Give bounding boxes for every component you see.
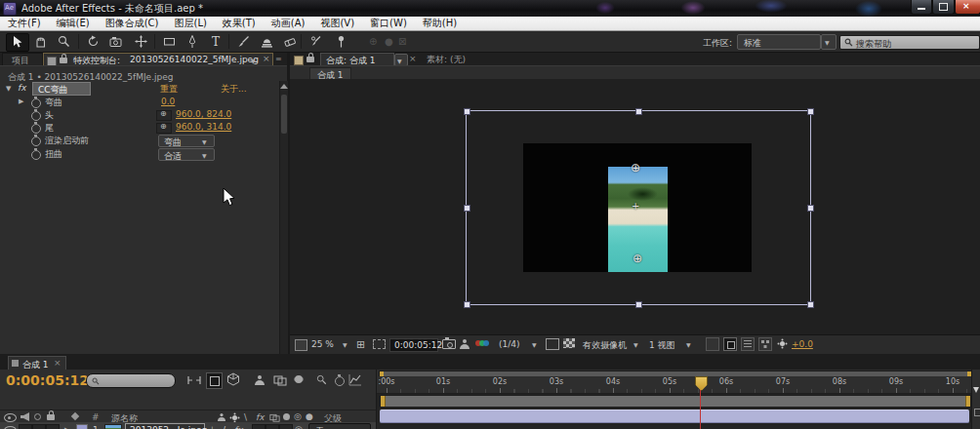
chevron-down-icon[interactable]: ▼	[532, 341, 537, 348]
type-tool[interactable]: T	[205, 33, 226, 50]
tail-point-button[interactable]: ⊕	[156, 123, 172, 134]
workspace-dropdown[interactable]: 标准	[737, 34, 821, 50]
close-button[interactable]: ×	[955, 0, 980, 15]
chevron-down-icon[interactable]: ▼	[686, 341, 691, 348]
bbox-handle[interactable]	[807, 301, 814, 308]
work-area-end-handle[interactable]	[965, 396, 970, 407]
3d-cube-icon[interactable]	[226, 372, 240, 386]
menu-effect[interactable]: 效果(T)	[215, 17, 264, 30]
track-lock-icon[interactable]	[974, 409, 980, 416]
effect-reset-button[interactable]: 重置	[160, 83, 178, 96]
work-area-bar[interactable]	[380, 395, 971, 408]
show-snapshot-icon[interactable]	[460, 339, 470, 349]
layer-switch-cell[interactable]	[252, 424, 265, 429]
current-timecode[interactable]: 0:00:05:12	[6, 372, 89, 388]
draft-3d-icon[interactable]	[206, 372, 223, 389]
layer-lock-cell[interactable]	[46, 424, 60, 429]
number-column-label[interactable]: #	[92, 412, 100, 422]
minimize-button[interactable]	[911, 0, 932, 15]
adjustment-switch-icon[interactable]: ◎	[294, 411, 302, 421]
transparency-grid-icon[interactable]	[563, 338, 575, 348]
threed-switch-icon[interactable]: ●	[306, 411, 313, 421]
clone-stamp-tool[interactable]	[256, 33, 277, 50]
frame-blend-icon[interactable]	[273, 373, 287, 386]
chevron-down-icon[interactable]: ▼	[343, 341, 347, 348]
tab-effect-controls[interactable]: 特效控制台: 20130526140022_5fMJe.jpeg ▼ ×	[43, 53, 273, 66]
shy-switch-icon[interactable]	[218, 413, 225, 421]
tab-close-icon[interactable]: ×	[54, 358, 61, 368]
stopwatch-icon[interactable]	[31, 98, 41, 108]
chevron-down-icon[interactable]: ▼	[633, 341, 638, 348]
maximize-button[interactable]	[932, 0, 955, 15]
pixel-aspect-toggle-icon[interactable]	[723, 337, 737, 351]
eye-column-icon[interactable]	[4, 413, 17, 422]
stopwatch-icon[interactable]	[31, 150, 41, 160]
comp-mini-flowchart-icon[interactable]	[187, 375, 201, 385]
motion-blur-icon[interactable]	[295, 375, 303, 383]
menu-composition[interactable]: 图像合成(C)	[98, 17, 167, 30]
flowchart-button-icon[interactable]	[758, 337, 772, 351]
menu-help[interactable]: 帮助(H)	[415, 17, 465, 30]
bbox-handle[interactable]	[635, 301, 642, 308]
tab-close-icon[interactable]: ×	[263, 54, 270, 63]
region-of-interest-icon[interactable]	[373, 339, 386, 349]
twist-dropdown[interactable]: 合适 ▼	[158, 148, 215, 161]
layer-label-swatch[interactable]	[76, 424, 88, 429]
work-area-start-handle[interactable]	[381, 396, 386, 407]
always-preview-icon[interactable]	[295, 339, 307, 351]
effect-about-button[interactable]: 关于...	[221, 83, 247, 96]
layer-parent-dropdown[interactable]: 无 ▼	[308, 423, 371, 429]
solo-column-icon[interactable]	[34, 413, 41, 420]
bbox-handle[interactable]	[464, 108, 470, 115]
pen-tool[interactable]	[182, 33, 203, 50]
menu-animation[interactable]: 动画(A)	[264, 17, 313, 30]
effect-name-selected[interactable]: CC弯曲	[32, 82, 91, 96]
tab-composition[interactable]: 合成: 合成 1	[320, 53, 394, 66]
layer-row[interactable]: ▶ 1 2013052...Je.jpeg + / fx ◎ 无 ▼	[0, 422, 376, 429]
exposure-value[interactable]: +0.0	[792, 339, 813, 349]
bbox-handle[interactable]	[807, 108, 814, 115]
stopwatch-icon[interactable]	[31, 124, 41, 134]
timeline-tab[interactable]: 合成 1 ×	[8, 356, 66, 370]
hand-tool[interactable]	[29, 33, 51, 50]
menu-file[interactable]: 文件(F)	[0, 17, 49, 30]
collapse-switch-icon[interactable]	[232, 415, 237, 420]
label-column-icon[interactable]	[71, 412, 79, 420]
layer-switch-cell[interactable]	[279, 424, 293, 429]
share-view-icon[interactable]	[706, 337, 719, 351]
tab-close-icon[interactable]: ×	[409, 54, 417, 63]
scrollbar-thumb[interactable]	[281, 95, 287, 134]
menu-view[interactable]: 视图(V)	[312, 17, 362, 30]
menu-edit[interactable]: 编辑(E)	[49, 17, 98, 30]
target-region-icon[interactable]	[546, 338, 559, 350]
resolution-value[interactable]: (1/4)	[499, 339, 520, 349]
panel-menu-icon[interactable]: ≡	[275, 55, 282, 63]
stopwatch-icon[interactable]	[31, 136, 41, 146]
puppet-pin-tool[interactable]	[330, 33, 351, 50]
comp-marker-bin-icon[interactable]	[973, 387, 979, 393]
graph-editor-icon[interactable]	[348, 373, 362, 386]
fx-switch-icon[interactable]: fx	[256, 412, 265, 422]
zoom-tool[interactable]	[53, 33, 74, 50]
pan-behind-tool[interactable]	[130, 33, 151, 50]
tail-value[interactable]: 960.0, 314.0	[176, 122, 231, 132]
panel-scrollbar[interactable]	[279, 81, 288, 354]
magnification-value[interactable]: 25 %	[311, 339, 334, 349]
snapshot-camera-icon[interactable]	[442, 339, 456, 349]
motion-blur-switch-icon[interactable]	[283, 413, 290, 420]
bend-twirl-icon[interactable]: ▶	[19, 98, 23, 105]
timeline-button-icon[interactable]	[741, 337, 755, 351]
menu-window[interactable]: 窗口(W)	[362, 17, 415, 30]
help-search-box[interactable]: 搜索帮助	[839, 35, 980, 50]
layer-adjustment-icon[interactable]: ◎	[295, 424, 303, 429]
lock-column-icon[interactable]	[47, 414, 55, 420]
grid-guides-icon[interactable]: ⊞	[356, 338, 365, 351]
quality-switch-icon[interactable]: \	[244, 412, 247, 422]
tab-dropdown-icon[interactable]: ▼	[251, 58, 256, 64]
exposure-icon[interactable]	[780, 341, 785, 346]
layer-name-box[interactable]: 2013052...Je.jpeg	[125, 423, 205, 429]
eraser-tool[interactable]	[279, 33, 301, 50]
view-layout-value[interactable]: 1 视图	[649, 339, 675, 352]
camera-select-value[interactable]: 有效摄像机	[583, 339, 627, 352]
bbox-handle[interactable]	[635, 108, 642, 115]
